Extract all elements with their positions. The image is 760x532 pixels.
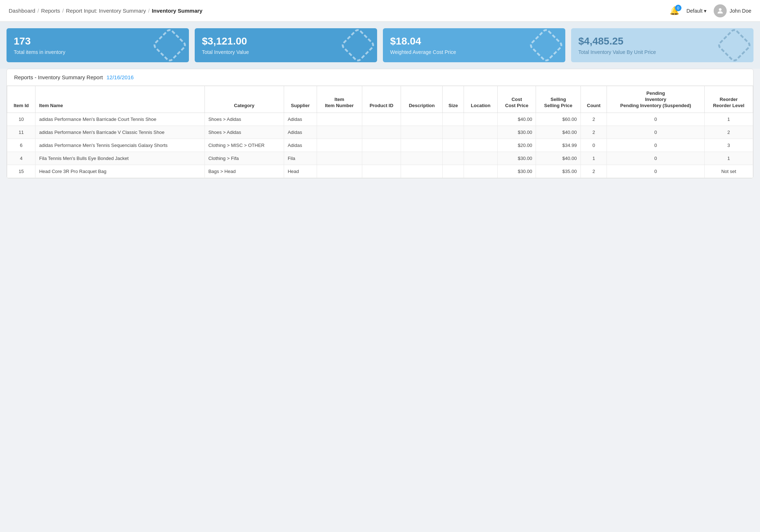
breadcrumb-report-input[interactable]: Report Input: Inventory Summary bbox=[66, 8, 146, 14]
table-row: 4 Fila Tennis Men's Bulls Eye Bonded Jac… bbox=[7, 152, 753, 165]
cell-supplier: Adidas bbox=[284, 113, 317, 126]
gear-icon-4 bbox=[717, 28, 752, 62]
cell-size bbox=[443, 152, 464, 165]
cell-count: 2 bbox=[580, 165, 607, 178]
cell-supplier: Adidas bbox=[284, 126, 317, 139]
user-menu[interactable]: John Doe bbox=[714, 4, 751, 17]
breadcrumb: Dashboard / Reports / Report Input: Inve… bbox=[9, 8, 202, 14]
th-product-id: Product ID bbox=[362, 86, 401, 113]
th-description: Description bbox=[401, 86, 443, 113]
workspace-dropdown[interactable]: Default ▾ bbox=[687, 8, 706, 14]
cell-item-number bbox=[317, 139, 362, 152]
cell-item-number bbox=[317, 113, 362, 126]
cell-cost-price: $30.00 bbox=[498, 165, 536, 178]
breadcrumb-current: Inventory Summary bbox=[152, 8, 202, 14]
table-row: 10 adidas Performance Men's Barricade Co… bbox=[7, 113, 753, 126]
cell-item-id: 6 bbox=[7, 139, 35, 152]
cell-reorder-level: Not set bbox=[704, 165, 753, 178]
cell-description bbox=[401, 139, 443, 152]
cell-supplier: Head bbox=[284, 165, 317, 178]
th-item-number: ItemItem Number bbox=[317, 86, 362, 113]
cell-item-id: 4 bbox=[7, 152, 35, 165]
cell-selling-price: $40.00 bbox=[536, 152, 580, 165]
stat-card-total-items: 173 Total items in inventory bbox=[7, 28, 189, 62]
cell-item-name: Fila Tennis Men's Bulls Eye Bonded Jacke… bbox=[35, 152, 204, 165]
breadcrumb-dashboard[interactable]: Dashboard bbox=[9, 8, 35, 14]
cell-pending-inventory: 0 bbox=[607, 139, 705, 152]
cell-location bbox=[464, 152, 497, 165]
cell-category: Bags > Head bbox=[204, 165, 284, 178]
inventory-table: Item Id Item Name Category Supplier Item… bbox=[7, 86, 753, 178]
cell-location bbox=[464, 113, 497, 126]
notification-bell[interactable]: 🔔 0 bbox=[670, 6, 679, 16]
gear-icon-1 bbox=[152, 28, 188, 62]
cell-count: 1 bbox=[580, 152, 607, 165]
th-item-name: Item Name bbox=[35, 86, 204, 113]
table-row: 6 adidas Performance Men's Tennis Sequen… bbox=[7, 139, 753, 152]
cell-description bbox=[401, 113, 443, 126]
table-header-row: Item Id Item Name Category Supplier Item… bbox=[7, 86, 753, 113]
report-title: Reports - Inventory Summary Report bbox=[14, 74, 103, 80]
cell-item-id: 15 bbox=[7, 165, 35, 178]
cell-supplier: Fila bbox=[284, 152, 317, 165]
cell-product-id bbox=[362, 152, 401, 165]
cell-location bbox=[464, 126, 497, 139]
stat-card-weighted-avg: $18.04 Weighted Average Cost Price bbox=[383, 28, 565, 62]
cell-reorder-level: 2 bbox=[704, 126, 753, 139]
cell-selling-price: $40.00 bbox=[536, 126, 580, 139]
cell-location bbox=[464, 165, 497, 178]
cell-count: 0 bbox=[580, 139, 607, 152]
cell-selling-price: $35.00 bbox=[536, 165, 580, 178]
breadcrumb-sep-3: / bbox=[148, 8, 149, 14]
breadcrumb-reports[interactable]: Reports bbox=[41, 8, 60, 14]
user-name: John Doe bbox=[730, 8, 751, 14]
cell-category: Shoes > Adidas bbox=[204, 113, 284, 126]
th-reorder-level: ReorderReorder Level bbox=[704, 86, 753, 113]
cell-item-number bbox=[317, 165, 362, 178]
cell-description bbox=[401, 152, 443, 165]
table-wrapper: Item Id Item Name Category Supplier Item… bbox=[7, 86, 753, 178]
th-selling-price: SellingSelling Price bbox=[536, 86, 580, 113]
cell-category: Shoes > Adidas bbox=[204, 126, 284, 139]
cell-item-name: adidas Performance Men's Barricade V Cla… bbox=[35, 126, 204, 139]
breadcrumb-sep-1: / bbox=[37, 8, 39, 14]
chevron-down-icon: ▾ bbox=[704, 8, 706, 14]
cell-cost-price: $40.00 bbox=[498, 113, 536, 126]
cell-selling-price: $60.00 bbox=[536, 113, 580, 126]
cell-cost-price: $30.00 bbox=[498, 126, 536, 139]
cell-item-id: 11 bbox=[7, 126, 35, 139]
breadcrumb-sep-2: / bbox=[62, 8, 64, 14]
cell-selling-price: $34.99 bbox=[536, 139, 580, 152]
cell-item-id: 10 bbox=[7, 113, 35, 126]
th-cost-price: CostCost Price bbox=[498, 86, 536, 113]
th-count: Count bbox=[580, 86, 607, 113]
svg-point-0 bbox=[719, 8, 721, 10]
cell-item-name: adidas Performance Men's Tennis Sequenci… bbox=[35, 139, 204, 152]
report-title-bar: Reports - Inventory Summary Report 12/16… bbox=[7, 69, 753, 86]
avatar bbox=[714, 4, 727, 17]
cell-item-name: adidas Performance Men's Barricade Court… bbox=[35, 113, 204, 126]
table-row: 11 adidas Performance Men's Barricade V … bbox=[7, 126, 753, 139]
cell-product-id bbox=[362, 139, 401, 152]
cell-item-number bbox=[317, 126, 362, 139]
th-supplier: Supplier bbox=[284, 86, 317, 113]
cell-reorder-level: 1 bbox=[704, 113, 753, 126]
cell-cost-price: $20.00 bbox=[498, 139, 536, 152]
stat-card-total-value: $3,121.00 Total Inventory Value bbox=[195, 28, 377, 62]
cell-item-number bbox=[317, 152, 362, 165]
notification-badge: 0 bbox=[675, 5, 681, 11]
cell-category: Clothing > Fifa bbox=[204, 152, 284, 165]
cell-size bbox=[443, 139, 464, 152]
cell-description bbox=[401, 126, 443, 139]
cell-category: Clothing > MISC > OTHER bbox=[204, 139, 284, 152]
cell-description bbox=[401, 165, 443, 178]
cell-product-id bbox=[362, 126, 401, 139]
cell-pending-inventory: 0 bbox=[607, 165, 705, 178]
cell-supplier: Adidas bbox=[284, 139, 317, 152]
cell-product-id bbox=[362, 165, 401, 178]
header: Dashboard / Reports / Report Input: Inve… bbox=[0, 0, 760, 22]
cell-cost-price: $30.00 bbox=[498, 152, 536, 165]
header-right: 🔔 0 Default ▾ John Doe bbox=[670, 4, 751, 17]
th-category: Category bbox=[204, 86, 284, 113]
cell-size bbox=[443, 126, 464, 139]
